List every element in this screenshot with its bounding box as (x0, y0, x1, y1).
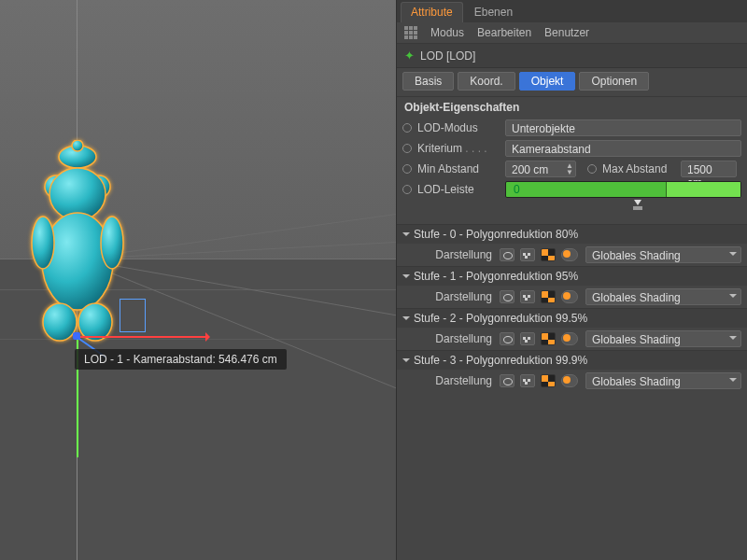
lod-bar-value: 0 (514, 183, 520, 196)
visibility-icon[interactable] (500, 248, 514, 261)
tab-ebenen[interactable]: Ebenen (465, 3, 522, 22)
display-icon-set (500, 332, 578, 345)
label-darstellung: Darstellung (425, 248, 492, 261)
lod-bar-segment (666, 182, 740, 197)
row-darstellung: DarstellungGlobales Shading (402, 246, 741, 263)
disclosure-triangle-icon[interactable] (402, 232, 410, 240)
value-shading: Globales Shading (592, 249, 681, 262)
row-kriterium: Kriterium . . . . Kameraabstand (402, 138, 741, 159)
label-kriterium: Kriterium . . . . (417, 142, 500, 155)
grid-mode-icon[interactable] (404, 26, 417, 39)
tab-attribute[interactable]: Attribute (401, 2, 463, 22)
lod-level-header[interactable]: Stufe - 2 - Polygonreduktion 99.5% (397, 309, 747, 328)
lod-level-1: Stufe - 1 - Polygonreduktion 95%Darstell… (397, 266, 747, 308)
spinner-icon[interactable]: ▲▼ (566, 162, 573, 175)
toggle-icon[interactable] (561, 374, 578, 387)
field-shading[interactable]: Globales Shading (585, 372, 741, 389)
lod-handle-icon[interactable] (631, 200, 644, 211)
lod-level-groups: Stufe - 0 - Polygonreduktion 80%Darstell… (397, 224, 747, 392)
lod-level-header[interactable]: Stufe - 0 - Polygonreduktion 80% (397, 225, 747, 244)
lod-level-0: Stufe - 0 - Polygonreduktion 80%Darstell… (397, 224, 747, 266)
svg-rect-11 (633, 206, 642, 210)
value-shading: Globales Shading (592, 375, 681, 388)
lod-bar[interactable]: 0 (505, 181, 741, 198)
toggle-icon[interactable] (561, 290, 578, 303)
lod-level-title: Stufe - 2 - Polygonreduktion 99.5% (414, 312, 587, 325)
label-max-abstand: Max Abstand (602, 162, 675, 175)
label-lod-modus: LOD-Modus (417, 121, 500, 134)
visibility-icon[interactable] (500, 290, 514, 303)
svg-point-6 (32, 217, 54, 269)
dropdown-arrow-icon[interactable] (729, 252, 737, 259)
points-icon[interactable] (520, 290, 535, 303)
texture-checker-icon[interactable] (541, 374, 556, 387)
lod-level-body: DarstellungGlobales Shading (397, 328, 747, 350)
toggle-icon[interactable] (561, 248, 578, 261)
viewport-object-teddy[interactable] (26, 140, 129, 343)
dropdown-arrow-icon[interactable] (729, 294, 737, 301)
anim-dot-icon[interactable] (402, 164, 412, 174)
points-icon[interactable] (520, 248, 535, 261)
object-sub-tabs: Basis Koord. Objekt Optionen (397, 68, 747, 97)
disclosure-triangle-icon[interactable] (402, 316, 410, 324)
dropdown-arrow-icon[interactable] (729, 378, 737, 385)
field-kriterium[interactable]: Kameraabstand (505, 140, 741, 157)
field-lod-modus[interactable]: Unterobjekte (505, 119, 741, 136)
menu-bearbeiten[interactable]: Bearbeiten (477, 26, 531, 39)
subtab-basis[interactable]: Basis (402, 72, 454, 91)
lod-level-title: Stufe - 3 - Polygonreduktion 99.9% (414, 354, 587, 367)
texture-checker-icon[interactable] (541, 290, 556, 303)
field-shading[interactable]: Globales Shading (585, 330, 741, 347)
field-shading[interactable]: Globales Shading (585, 288, 741, 305)
axis-origin[interactable] (73, 332, 80, 340)
label-darstellung: Darstellung (425, 290, 492, 303)
lod-level-header[interactable]: Stufe - 3 - Polygonreduktion 99.9% (397, 351, 747, 370)
points-icon[interactable] (520, 332, 535, 345)
display-icon-set (500, 248, 578, 261)
svg-point-8 (43, 303, 77, 341)
anim-dot-icon[interactable] (587, 164, 597, 174)
menu-modus[interactable]: Modus (430, 26, 464, 39)
subtab-optionen[interactable]: Optionen (579, 72, 649, 91)
value-min-abstand: 200 cm (512, 163, 548, 176)
lod-object-icon: ✦ (404, 49, 415, 63)
field-min-abstand[interactable]: 200 cm ▲▼ (505, 161, 576, 177)
lod-level-3: Stufe - 3 - Polygonreduktion 99.9%Darste… (397, 350, 747, 392)
label-kriterium-text: Kriterium (417, 142, 462, 155)
subtab-objekt[interactable]: Objekt (519, 72, 576, 91)
anim-dot-icon[interactable] (402, 185, 412, 194)
svg-point-1 (72, 140, 83, 151)
row-abstand: Min Abstand 200 cm ▲▼ Max Abstand 1500 c… (402, 159, 741, 179)
lod-level-header[interactable]: Stufe - 1 - Polygonreduktion 95% (397, 267, 747, 286)
anim-dot-icon[interactable] (402, 123, 412, 133)
disclosure-triangle-icon[interactable] (402, 274, 410, 282)
lod-bar-divider (666, 182, 667, 197)
panel-menu: Modus Bearbeiten Benutzer (397, 22, 747, 44)
row-lod-leiste: LOD-Leiste 0 (402, 179, 741, 200)
texture-checker-icon[interactable] (541, 332, 556, 345)
label-lod-leiste: LOD-Leiste (417, 183, 500, 196)
axis-x[interactable] (77, 336, 207, 338)
field-max-abstand[interactable]: 1500 cm (681, 161, 737, 177)
toggle-icon[interactable] (561, 332, 578, 345)
visibility-icon[interactable] (500, 374, 514, 387)
lod-level-body: DarstellungGlobales Shading (397, 244, 747, 266)
anim-dot-icon[interactable] (402, 144, 412, 153)
label-darstellung: Darstellung (425, 374, 492, 387)
value-shading: Globales Shading (592, 291, 681, 304)
texture-checker-icon[interactable] (541, 248, 556, 261)
dropdown-arrow-icon[interactable] (729, 336, 737, 343)
visibility-icon[interactable] (500, 332, 514, 345)
subtab-koord[interactable]: Koord. (458, 72, 514, 91)
display-icon-set (500, 374, 578, 387)
object-name: LOD [LOD] (420, 49, 475, 63)
viewport-3d[interactable]: LOD - 1 - Kameraabstand: 546.476 cm (0, 0, 396, 560)
attribute-panel: Attribute Ebenen Modus Bearbeiten Benutz… (396, 0, 747, 560)
menu-benutzer[interactable]: Benutzer (544, 26, 589, 39)
label-darstellung: Darstellung (425, 332, 492, 345)
field-shading[interactable]: Globales Shading (585, 246, 741, 263)
lod-bar-markers (408, 200, 736, 213)
svg-point-9 (78, 303, 112, 341)
disclosure-triangle-icon[interactable] (402, 358, 410, 366)
points-icon[interactable] (520, 374, 535, 387)
